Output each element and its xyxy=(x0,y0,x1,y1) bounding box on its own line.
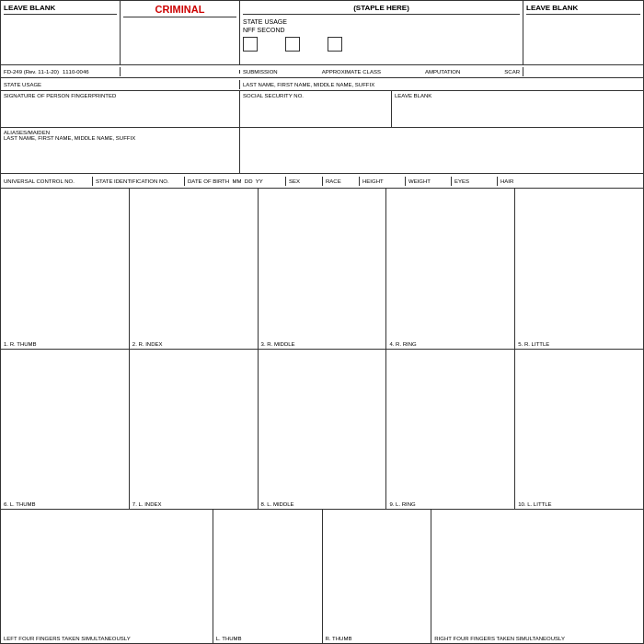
fp-r-ring-label: 4. R. RING xyxy=(389,341,512,347)
state-usage-label: STATE USAGE xyxy=(243,18,287,25)
ssn-cell: SOCIAL SECURITY NO. xyxy=(240,91,392,127)
fp-r-index-label: 2. R. INDEX xyxy=(132,341,255,347)
dob-mm: MM xyxy=(232,178,241,184)
fp-l-index-label: 7. L. INDEX xyxy=(132,501,255,507)
leave-blank-left-title: LEAVE BLANK xyxy=(4,4,117,15)
fp-l-ring: 9. L. RING xyxy=(386,350,515,510)
dob-yy: YY xyxy=(256,178,263,184)
fp-l-little-label: 10. L. LITTLE xyxy=(518,501,640,507)
criminal-title: CRIMINAL xyxy=(123,4,236,17)
state-usage-field-label: STATE USAGE xyxy=(4,82,41,87)
race-label: RACE xyxy=(326,178,341,184)
ssn-label: SOCIAL SECURITY NO. xyxy=(243,93,304,98)
checkbox-3[interactable] xyxy=(328,37,342,52)
fp-l-thumb-label: 6. L. THUMB xyxy=(4,501,126,507)
race-cell: RACE xyxy=(323,177,360,186)
hair-label: HAIR xyxy=(500,178,513,184)
height-cell: HEIGHT xyxy=(360,177,406,186)
fd-number-cell: FD-249 (Rev. 11-1-20) 1110-0046 xyxy=(1,67,121,76)
weight-cell: WEIGHT xyxy=(406,177,452,186)
fd-staple-labels: SUBMISSION APPROXIMATE CLASS AMPUTATION … xyxy=(243,69,520,75)
nff-second-label: NFF SECOND xyxy=(243,27,285,33)
signature-label: SIGNATURE OF PERSON FINGERPRINTED xyxy=(4,93,116,98)
leave-blank-right: LEAVE BLANK xyxy=(523,1,643,64)
demographics-row: UNIVERSAL CONTROL NO. STATE IDENTIFICATI… xyxy=(1,174,643,189)
sid-cell: STATE IDENTIFICATION NO. xyxy=(93,177,185,186)
fd-number: FD-249 (Rev. 11-1-20) xyxy=(4,69,59,75)
staple-content: STATE USAGE NFF SECOND xyxy=(243,18,520,62)
eyes-cell: EYES xyxy=(452,177,498,186)
fd-criminal-cell xyxy=(121,70,240,74)
simul-left-label: LEFT FOUR FINGERS TAKEN SIMULTANEOUSLY xyxy=(4,636,210,641)
fp-l-middle-label: 8. L. MIDDLE xyxy=(261,501,384,507)
fd-row: FD-249 (Rev. 11-1-20) 1110-0046 SUBMISSI… xyxy=(1,65,643,78)
fp-r-little: 5. R. LITTLE xyxy=(515,189,643,349)
ucn-label: UNIVERSAL CONTROL NO. xyxy=(4,178,75,184)
fp-l-thumb: 6. L. THUMB xyxy=(1,350,130,510)
name-field-label: LAST NAME, FIRST NAME, MIDDLE NAME, SUFF… xyxy=(243,82,374,87)
fp-l-little: 10. L. LITTLE xyxy=(515,350,643,510)
simul-right-cell: RIGHT FOUR FINGERS TAKEN SIMULTANEOUSLY xyxy=(431,510,643,643)
control-number: 1110-0046 xyxy=(63,69,89,75)
leave-blank-mid-label: LEAVE BLANK xyxy=(395,93,431,98)
simul-right-label: RIGHT FOUR FINGERS TAKEN SIMULTANEOUSLY xyxy=(434,636,640,641)
header-row: LEAVE BLANK CRIMINAL (STAPLE HERE) STATE… xyxy=(1,1,643,65)
fp-r-middle-label: 3. R. MIDDLE xyxy=(261,341,384,347)
simul-l-thumb-cell: L. THUMB xyxy=(213,510,323,643)
signature-cell: SIGNATURE OF PERSON FINGERPRINTED xyxy=(1,91,240,127)
leave-blank-mid: LEAVE BLANK xyxy=(392,91,643,127)
simul-left-cell: LEFT FOUR FINGERS TAKEN SIMULTANEOUSLY xyxy=(1,510,213,643)
state-usage-row: STATE USAGE xyxy=(243,18,520,25)
fp-r-middle: 3. R. MIDDLE xyxy=(259,189,387,349)
fingerprint-row-1: 1. R. THUMB 2. R. INDEX 3. R. MIDDLE 4. … xyxy=(1,189,643,350)
sid-label: STATE IDENTIFICATION NO. xyxy=(96,178,169,184)
leave-blank-right-title: LEAVE BLANK xyxy=(526,4,640,15)
staple-area: (STAPLE HERE) STATE USAGE NFF SECOND xyxy=(240,1,523,64)
fp-l-ring-label: 9. L. RING xyxy=(389,501,512,507)
simul-r-thumb-cell: R. THUMB xyxy=(323,510,432,643)
checkbox-1[interactable] xyxy=(243,37,258,52)
checkbox-2[interactable] xyxy=(285,37,300,52)
sig-row: SIGNATURE OF PERSON FINGERPRINTED SOCIAL… xyxy=(1,91,643,128)
fingerprint-row-2: 6. L. THUMB 7. L. INDEX 8. L. MIDDLE 9. … xyxy=(1,350,643,511)
simul-l-thumb-label: L. THUMB xyxy=(216,636,319,641)
ucn-cell: UNIVERSAL CONTROL NO. xyxy=(1,177,93,186)
scar-label: SCAR xyxy=(504,69,520,75)
approx-class-label: APPROXIMATE CLASS xyxy=(322,69,381,75)
fp-r-ring: 4. R. RING xyxy=(386,189,515,349)
eyes-label: EYES xyxy=(454,178,469,184)
weight-label: WEIGHT xyxy=(408,178,431,184)
checkbox-row xyxy=(243,37,520,52)
submission-label: SUBMISSION xyxy=(243,69,278,75)
simultaneous-row: LEFT FOUR FINGERS TAKEN SIMULTANEOUSLY L… xyxy=(1,510,643,643)
nff-second-row: NFF SECOND xyxy=(243,27,520,33)
leave-blank-left: LEAVE BLANK xyxy=(1,1,121,64)
fp-r-thumb: 1. R. THUMB xyxy=(1,189,130,349)
dob-label: DATE OF BIRTH xyxy=(188,178,229,184)
hair-cell: HAIR xyxy=(498,177,643,186)
fd-right-cell xyxy=(523,70,643,74)
staple-title: (STAPLE HERE) xyxy=(243,4,520,15)
fp-l-index: 7. L. INDEX xyxy=(130,350,259,510)
dob-dd: DD xyxy=(245,178,253,184)
aliases-right xyxy=(240,128,643,173)
fd-staple-spacer: SUBMISSION APPROXIMATE CLASS AMPUTATION … xyxy=(240,67,523,76)
fp-r-thumb-label: 1. R. THUMB xyxy=(4,341,126,347)
height-label: HEIGHT xyxy=(362,178,384,184)
sex-label: SEX xyxy=(289,178,300,184)
form-container: LEAVE BLANK CRIMINAL (STAPLE HERE) STATE… xyxy=(0,0,644,644)
sex-cell: SEX xyxy=(286,177,323,186)
fp-l-middle: 8. L. MIDDLE xyxy=(259,350,387,510)
name-cell: LAST NAME, FIRST NAME, MIDDLE NAME, SUFF… xyxy=(240,80,643,89)
criminal-section: CRIMINAL xyxy=(121,1,240,64)
state-name-row: STATE USAGE LAST NAME, FIRST NAME, MIDDL… xyxy=(1,78,643,91)
fp-r-index: 2. R. INDEX xyxy=(130,189,259,349)
state-usage-cell: STATE USAGE xyxy=(1,80,240,89)
aliases-row: ALIASES/MAIDEN LAST NAME, FIRST NAME, MI… xyxy=(1,128,643,174)
amputation-label: AMPUTATION xyxy=(425,69,460,75)
aliases-cell: ALIASES/MAIDEN LAST NAME, FIRST NAME, MI… xyxy=(1,128,240,173)
simul-r-thumb-label: R. THUMB xyxy=(326,636,429,641)
aliases-format-label: LAST NAME, FIRST NAME, MIDDLE NAME, SUFF… xyxy=(4,135,135,141)
fp-r-little-label: 5. R. LITTLE xyxy=(518,341,640,347)
dob-cell: DATE OF BIRTH MM DD YY xyxy=(185,177,286,186)
